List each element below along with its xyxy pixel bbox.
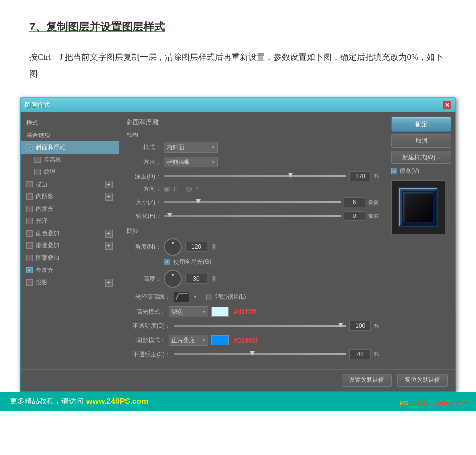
direction-up-radio-icon [164,187,170,192]
contour-checkbox[interactable] [34,157,41,163]
highlight-opacity-input[interactable] [349,321,371,331]
preview-row: 预览(V) [391,167,451,175]
shadow-opacity-slider[interactable] [174,353,346,355]
ok-button[interactable]: 确定 [391,117,451,132]
sidebar-item-drop-shadow[interactable]: 投影 + [21,276,119,289]
dialog-titlebar: 图层样式 ✕ [21,98,455,112]
outer-glow-checkbox[interactable] [26,267,33,273]
shadow-color-swatch[interactable] [211,335,229,345]
new-style-button[interactable]: 新建样式(W)... [391,151,451,164]
highlight-mode-select[interactable]: 滤色 ▼ [169,306,208,317]
sidebar-item-pattern-overlay[interactable]: 图案叠加 [21,252,119,264]
pattern-overlay-label: 图案叠加 [36,254,59,262]
global-light-checkbox[interactable] [164,259,170,265]
preview-box [391,180,445,234]
sidebar-item-gradient-overlay[interactable]: 渐变叠加 + [21,240,119,252]
highlight-opacity-slider[interactable] [174,325,346,327]
inner-shadow-checkbox[interactable] [26,193,33,200]
depth-slider[interactable] [164,175,346,177]
bevel-inner-display [403,192,433,222]
depth-row: 深度(D)： % [127,171,379,181]
shadow-section: 阴影 角度(N)： 度 [127,227,379,359]
gradient-overlay-plus-icon[interactable]: + [105,242,113,250]
pattern-overlay-checkbox[interactable] [26,255,33,261]
direction-up-radio[interactable]: 上 [164,185,177,193]
size-field-label: 大小(Z)： [127,198,161,207]
highlight-color-label: #d1f7ff [234,308,256,316]
gradient-overlay-label: 渐变叠加 [36,241,59,250]
style-select-arrow-icon: ▼ [212,145,215,150]
angle-dial[interactable] [164,238,182,256]
size-slider[interactable] [164,201,341,203]
sidebar-item-color-overlay[interactable]: 颜色叠加 + [21,227,119,240]
section-title: 7、复制图层并设置图层样式 [29,20,447,34]
anti-alias-checkbox[interactable] [206,294,212,300]
bevel-checkbox[interactable] [26,144,33,151]
watermark-ps-text: PS [400,400,408,407]
shadow-opacity-label: 不透明度(C)： [127,350,171,359]
sidebar-item-satin[interactable]: 光泽 [21,215,119,227]
satin-checkbox[interactable] [26,218,33,224]
sidebar-item-stroke[interactable]: 描边 + [21,178,119,190]
stroke-plus-icon[interactable]: + [105,181,113,188]
method-field-label: 方法： [127,158,161,166]
gradient-overlay-checkbox[interactable] [26,242,33,249]
style-row: 样式： 内斜面 ▼ [127,142,379,153]
inner-glow-checkbox[interactable] [26,206,33,212]
sidebar-item-outer-glow[interactable]: 外发光 [21,264,119,276]
direction-down-radio[interactable]: 下 [186,185,199,193]
color-overlay-label: 颜色叠加 [36,229,59,238]
style-select[interactable]: 内斜面 ▼ [164,142,218,153]
highlight-opacity-unit: % [374,323,379,329]
sidebar-item-inner-glow[interactable]: 内发光 [21,203,119,215]
banner-site-link[interactable]: www.240PS.com [86,397,149,406]
color-overlay-plus-icon[interactable]: + [105,230,113,238]
drop-shadow-checkbox[interactable] [26,279,33,286]
altitude-dot-icon [172,274,174,276]
watermark: PS名字本 UiBQ.CoM [400,399,466,408]
highlight-opacity-track [174,325,346,327]
sidebar-item-inner-shadow[interactable]: 内阴影 + [21,190,119,203]
depth-input[interactable] [349,171,371,181]
sidebar-item-contour[interactable]: 等高线 [21,154,119,166]
direction-down-label: 下 [193,185,199,193]
soften-input[interactable] [344,211,365,221]
layer-style-dialog: 图层样式 ✕ 样式 混合选项 斜面和浮雕 [20,97,456,392]
depth-unit: % [374,173,379,179]
color-overlay-checkbox[interactable] [26,230,33,237]
contour-preview[interactable] [174,292,189,302]
soften-row: 软化(F)： 像素 [127,211,379,221]
drop-shadow-plus-icon[interactable]: + [105,279,113,287]
texture-label: 纹理 [44,168,55,176]
highlight-opacity-thumb-icon [338,323,343,327]
bevel-label: 斜面和浮雕 [36,143,65,152]
set-default-button[interactable]: 设置为默认值 [342,374,392,387]
dialog-body: 样式 混合选项 斜面和浮雕 等高线 纹理 [21,112,455,369]
angle-input[interactable] [185,242,207,252]
method-select[interactable]: 雕刻清晰 ▼ [164,157,218,167]
sidebar-item-texture[interactable]: 纹理 [21,166,119,178]
shadow-opacity-input[interactable] [349,349,371,359]
size-row: 大小(Z)： 像素 [127,197,379,207]
size-input[interactable] [344,197,365,207]
preview-checkbox[interactable] [391,168,397,174]
stroke-checkbox[interactable] [26,181,33,187]
shadow-opacity-track [174,353,346,355]
altitude-input[interactable] [185,274,207,284]
altitude-row: 高度： 度 [127,270,379,288]
altitude-dial[interactable] [164,270,182,288]
cancel-button[interactable]: 取消 [391,134,451,148]
highlight-field-label: 高光模式： [127,308,166,316]
angle-dot-icon [172,242,174,244]
sidebar-item-bevel[interactable]: 斜面和浮雕 [21,141,119,154]
soften-slider[interactable] [164,215,341,217]
left-panel: 样式 混合选项 斜面和浮雕 等高线 纹理 [21,112,119,369]
contour-dropdown-arrow-icon[interactable]: ▼ [193,295,197,299]
inner-shadow-plus-icon[interactable]: + [105,193,113,201]
texture-checkbox[interactable] [34,169,41,175]
shadow-mode-select[interactable]: 正片叠底 ▼ [169,335,208,346]
highlight-color-swatch[interactable] [211,307,229,317]
reset-default-button[interactable]: 复位为默认值 [397,374,448,387]
description-text: 按Ctrl + J 把当前文字图层复制一层，清除图层样式后再重新设置，参数设置如… [29,49,447,82]
dialog-close-button[interactable]: ✕ [443,101,451,109]
